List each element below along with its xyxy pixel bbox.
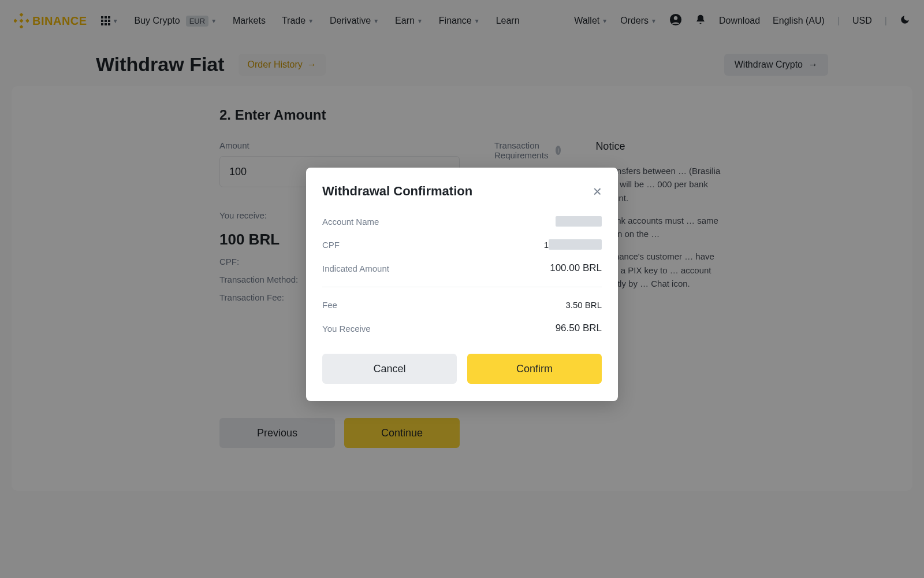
account-name-label: Account Name (322, 217, 379, 227)
modal-fee-value: 3.50 BRL (565, 300, 602, 310)
confirm-button[interactable]: Confirm (467, 354, 602, 384)
modal-receive-label: You Receive (322, 324, 371, 334)
account-name-value-redacted (556, 216, 602, 227)
cpf-redacted (549, 239, 602, 250)
modal-fee-label: Fee (322, 300, 337, 310)
withdrawal-confirmation-modal: Withdrawal Confirmation × Account Name C… (306, 168, 618, 401)
modal-title: Withdrawal Confirmation (322, 184, 593, 199)
indicated-amount-label: Indicated Amount (322, 264, 389, 273)
modal-cpf-label: CPF (322, 240, 340, 250)
modal-overlay: Withdrawal Confirmation × Account Name C… (0, 0, 924, 578)
modal-receive-value: 96.50 BRL (556, 323, 602, 334)
modal-cpf-value: 1 (544, 239, 602, 250)
close-icon[interactable]: × (593, 184, 602, 199)
indicated-amount-value: 100.00 BRL (550, 262, 602, 274)
cancel-button[interactable]: Cancel (322, 354, 457, 384)
divider (322, 287, 602, 287)
cpf-prefix: 1 (544, 240, 549, 250)
